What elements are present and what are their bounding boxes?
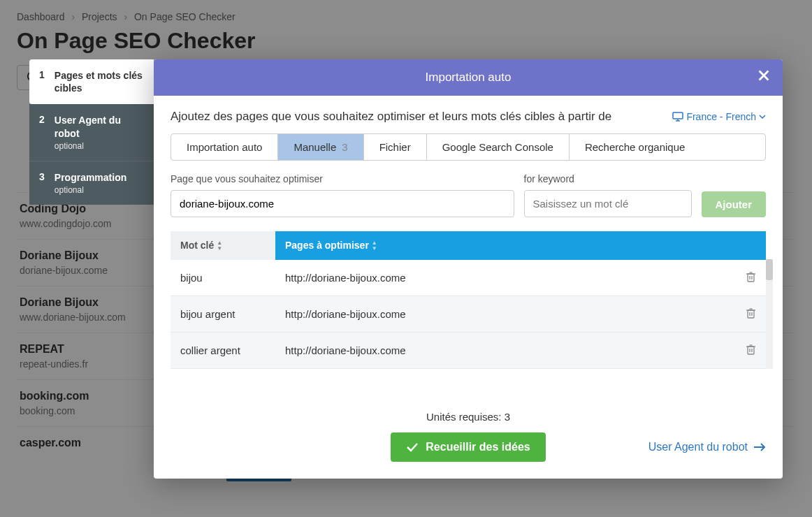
sort-icon: ▲▼ — [217, 240, 222, 252]
close-button[interactable] — [756, 68, 771, 87]
units-required: Unités requises: 3 — [171, 411, 766, 423]
add-button[interactable]: Ajouter — [702, 191, 767, 217]
th-pages[interactable]: Pages à optimiser▲▼ — [275, 231, 766, 260]
trash-icon — [746, 307, 756, 319]
step-2[interactable]: 2 User Agent du robotoptional — [29, 104, 154, 160]
delete-row-button[interactable] — [736, 296, 766, 333]
modal-title: Importation auto — [426, 71, 512, 85]
svg-rect-4 — [673, 112, 683, 119]
sort-icon: ▲▼ — [372, 240, 377, 252]
cell-page: http://doriane-bijoux.come — [275, 333, 736, 369]
monitor-icon — [672, 112, 683, 122]
tab-gsc[interactable]: Google Search Console — [427, 134, 570, 160]
check-icon — [406, 442, 419, 452]
wizard-steps: 1 Pages et mots clés cibles 2 User Agent… — [29, 59, 154, 479]
import-tabs: Importation auto Manuelle 3 Fichier Goog… — [171, 133, 766, 161]
trash-icon — [746, 344, 756, 355]
cell-keyword: bijou argent — [171, 296, 275, 333]
modal: Importation auto Ajoutez des pages que v… — [154, 59, 783, 479]
delete-row-button[interactable] — [736, 333, 766, 369]
table-row: bijouhttp://doriane-bijoux.come — [171, 260, 766, 296]
cell-keyword: collier argent — [171, 333, 275, 369]
trash-icon — [746, 271, 756, 282]
cell-page: http://doriane-bijoux.come — [275, 260, 736, 296]
cell-keyword: bijou — [171, 260, 275, 296]
collect-ideas-button[interactable]: Recueillir des idées — [391, 432, 545, 462]
locale-selector[interactable]: France - French — [672, 111, 766, 122]
svg-rect-7 — [748, 274, 754, 282]
tab-manual[interactable]: Manuelle 3 — [278, 134, 363, 160]
arrow-right-icon — [753, 442, 766, 452]
tab-auto[interactable]: Importation auto — [171, 134, 278, 160]
delete-row-button[interactable] — [736, 260, 766, 296]
modal-header: Importation auto — [154, 59, 783, 96]
cell-page: http://doriane-bijoux.come — [275, 296, 736, 333]
table-row: collier argenthttp://doriane-bijoux.come — [171, 333, 766, 369]
keyword-input[interactable] — [524, 190, 692, 217]
keywords-table: Mot clé▲▼ Pages à optimiser▲▼ bijouhttp:… — [171, 231, 766, 369]
user-agent-link[interactable]: User Agent du robot — [648, 441, 766, 453]
keyword-label: for keyword — [524, 173, 692, 184]
svg-rect-17 — [748, 347, 754, 354]
table-scrollbar[interactable] — [766, 259, 773, 369]
tab-file[interactable]: Fichier — [364, 134, 427, 160]
chevron-down-icon — [759, 115, 766, 119]
th-keyword[interactable]: Mot clé▲▼ — [171, 231, 275, 260]
page-label: Page que vous souhaitez optimiser — [171, 173, 514, 184]
tab-organic[interactable]: Recherche organique — [570, 134, 700, 160]
modal-intro: Ajoutez des pages que vous souhaitez opt… — [171, 110, 611, 124]
close-icon — [756, 68, 771, 83]
page-input[interactable] — [171, 190, 514, 217]
step-3[interactable]: 3 Programmationoptional — [29, 161, 154, 205]
table-row: bijou argenthttp://doriane-bijoux.come — [171, 296, 766, 333]
svg-rect-12 — [748, 310, 754, 318]
step-1[interactable]: 1 Pages et mots clés cibles — [29, 59, 154, 104]
